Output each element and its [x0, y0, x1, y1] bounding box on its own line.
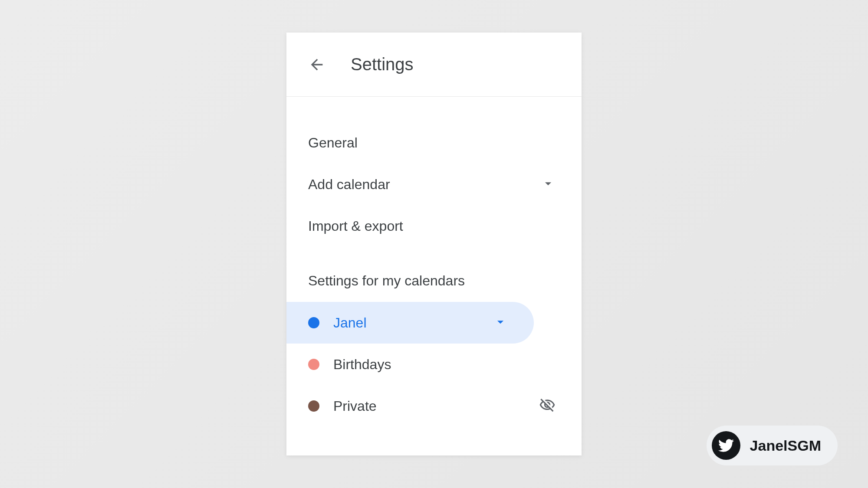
calendar-row-private[interactable]: Private [286, 385, 582, 427]
menu-label-add-calendar: Add calendar [308, 177, 390, 193]
section-gap [286, 247, 582, 273]
calendar-name: Private [333, 398, 539, 414]
twitter-icon [718, 438, 734, 453]
visibility-off-icon [539, 397, 556, 415]
chevron-down-icon [493, 314, 508, 331]
back-button[interactable] [308, 56, 326, 73]
calendar-name: Birthdays [333, 357, 556, 373]
calendar-row-janel[interactable]: Janel [286, 302, 534, 344]
menu-item-add-calendar[interactable]: Add calendar [286, 164, 582, 205]
chevron-down-icon [541, 176, 556, 193]
calendar-color-dot [308, 317, 319, 328]
menu-item-import-export[interactable]: Import & export [286, 205, 582, 247]
badge-handle: JanelSGM [750, 437, 821, 454]
arrow-left-icon [308, 56, 326, 73]
calendar-color-dot [308, 400, 319, 412]
settings-header: Settings [286, 33, 582, 97]
calendar-color-dot [308, 359, 319, 370]
calendar-row-birthdays[interactable]: Birthdays [286, 344, 582, 385]
page-title: Settings [351, 55, 414, 74]
menu-label-general: General [308, 135, 358, 151]
menu-item-general[interactable]: General [286, 122, 582, 164]
calendar-name: Janel [333, 315, 493, 331]
section-header-my-calendars: Settings for my calendars [286, 273, 582, 302]
menu-label-import-export: Import & export [308, 218, 403, 234]
attribution-badge[interactable]: JanelSGM [707, 426, 838, 465]
settings-content: General Add calendar Import & export Set… [286, 97, 582, 427]
settings-panel: Settings General Add calendar Import & e… [286, 33, 582, 455]
twitter-icon-circle [712, 431, 740, 460]
